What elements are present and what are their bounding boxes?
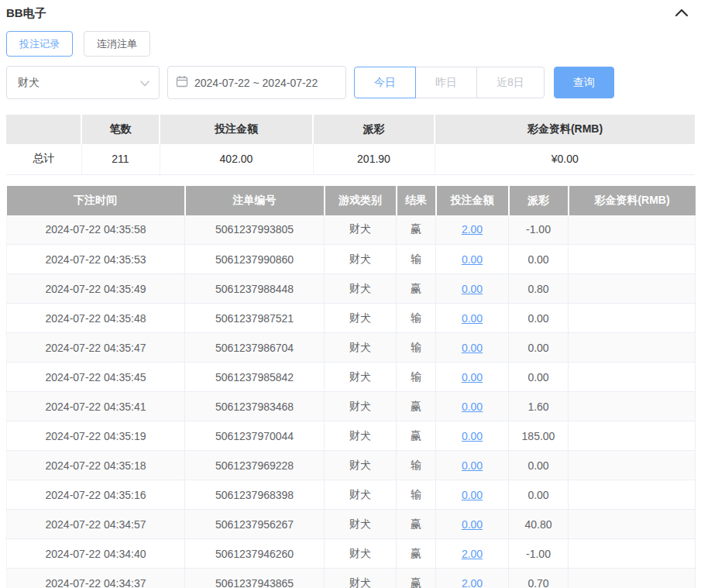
order-id-cell: 5061237946260	[185, 539, 325, 569]
result-cell: 输	[397, 480, 436, 510]
today-button[interactable]: 今日	[354, 67, 416, 98]
result-cell: 输	[397, 245, 436, 274]
summary-table: 笔数 投注金额 派彩 彩金资料(RMB) 总计 211 402.00 201.9…	[6, 115, 695, 175]
tab-bet-records[interactable]: 投注记录	[6, 31, 73, 57]
bonus-cell	[569, 510, 696, 539]
bet-amount-cell: 0.00	[436, 421, 509, 451]
record-row: 2024-07-22 04:34:375061237943865财犬赢2.000…	[7, 569, 696, 588]
bet-amount-cell: 0.00	[436, 451, 509, 480]
bet-amount-link[interactable]: 0.00	[462, 430, 483, 442]
result-cell: 赢	[397, 510, 436, 539]
result-cell: 输	[397, 304, 436, 333]
bet-time-cell: 2024-07-22 04:35:49	[7, 274, 185, 304]
bet-amount-cell: 0.00	[436, 304, 509, 333]
bet-time-cell: 2024-07-22 04:34:37	[7, 569, 185, 588]
payout-cell: -1.00	[509, 215, 569, 245]
game-type-select-value: 财犬	[18, 76, 40, 90]
result-cell: 赢	[397, 569, 436, 588]
payout-cell: 0.00	[509, 304, 569, 333]
payout-cell: 0.00	[509, 451, 569, 480]
order-id-cell: 5061237985842	[185, 363, 325, 392]
last-8-days-button[interactable]: 近8日	[476, 67, 545, 98]
record-row: 2024-07-22 04:35:495061237988448财犬赢0.000…	[7, 274, 696, 304]
record-row: 2024-07-22 04:35:485061237987521财犬输0.000…	[7, 304, 696, 333]
collapse-panel-button[interactable]	[673, 6, 690, 21]
payout-cell: 0.00	[509, 363, 569, 392]
bet-amount-link[interactable]: 2.00	[462, 577, 483, 588]
date-range-value: 2024-07-22 ~ 2024-07-22	[194, 77, 318, 89]
bonus-cell	[569, 304, 696, 333]
game-type-cell: 财犬	[325, 215, 397, 245]
bet-records-table: 下注时间注单编号游戏类别结果投注金额派彩彩金资料(RMB) 2024-07-22…	[6, 186, 696, 588]
bb-electronics-panel: BB电子 投注记录 连消注单 财犬 2024-07-22 ~ 2024-07-2…	[0, 0, 701, 588]
bet-amount-link[interactable]: 2.00	[462, 223, 483, 236]
payout-cell: 0.00	[509, 245, 569, 274]
game-type-cell: 财犬	[325, 569, 397, 588]
result-cell: 赢	[397, 392, 436, 421]
result-cell: 赢	[397, 539, 436, 569]
bet-amount-link[interactable]: 0.00	[462, 489, 483, 501]
records-header-row: 下注时间注单编号游戏类别结果投注金额派彩彩金资料(RMB)	[7, 186, 696, 215]
payout-cell: 185.00	[509, 421, 569, 451]
date-range-picker[interactable]: 2024-07-22 ~ 2024-07-22	[167, 66, 346, 99]
bonus-cell	[569, 539, 696, 569]
payout-cell: 1.60	[509, 392, 569, 421]
bet-time-cell: 2024-07-22 04:35:47	[7, 333, 185, 363]
bet-time-cell: 2024-07-22 04:35:48	[7, 304, 185, 333]
bonus-cell	[569, 480, 696, 510]
game-type-select[interactable]: 财犬	[6, 66, 160, 99]
order-id-cell: 5061237986704	[185, 333, 325, 363]
bet-amount-link[interactable]: 0.00	[462, 459, 483, 472]
game-type-cell: 财犬	[325, 451, 397, 480]
order-id-cell: 5061237943865	[185, 569, 325, 588]
order-id-cell: 5061237969228	[185, 451, 325, 480]
record-row: 2024-07-22 04:35:585061237993805财犬赢2.00-…	[7, 215, 696, 245]
yesterday-button[interactable]: 昨日	[415, 67, 477, 98]
bet-time-cell: 2024-07-22 04:35:58	[7, 215, 185, 245]
bet-amount-link[interactable]: 0.00	[462, 312, 483, 325]
bonus-cell	[569, 333, 696, 363]
bet-amount-link[interactable]: 0.00	[462, 283, 483, 295]
summary-total-payout: 201.90	[313, 144, 435, 174]
bet-amount-link[interactable]: 0.00	[462, 401, 483, 413]
bet-amount-cell: 0.00	[436, 392, 509, 421]
summary-total-bet-amount: 402.00	[160, 144, 313, 174]
game-type-cell: 财犬	[325, 304, 397, 333]
col-header-result: 结果	[397, 186, 436, 215]
bet-amount-cell: 0.00	[436, 245, 509, 274]
bet-time-cell: 2024-07-22 04:34:40	[7, 539, 185, 569]
summary-header-bonus: 彩金资料(RMB)	[435, 115, 695, 144]
bet-amount-cell: 0.00	[436, 480, 509, 510]
game-type-cell: 财犬	[325, 333, 397, 363]
bet-amount-link[interactable]: 0.00	[462, 518, 483, 531]
game-type-cell: 财犬	[325, 363, 397, 392]
tabs-bar: 投注记录 连消注单	[6, 31, 695, 57]
summary-header-row: 笔数 投注金额 派彩 彩金资料(RMB)	[6, 115, 695, 144]
bet-amount-link[interactable]: 2.00	[462, 548, 483, 560]
payout-cell: 0.70	[509, 569, 569, 588]
bet-time-cell: 2024-07-22 04:35:16	[7, 480, 185, 510]
bet-amount-cell: 0.00	[436, 274, 509, 304]
order-id-cell: 5061237970044	[185, 421, 325, 451]
bonus-cell	[569, 569, 696, 588]
bet-amount-link[interactable]: 0.00	[462, 371, 483, 383]
search-button[interactable]: 查询	[554, 67, 614, 98]
summary-total-row: 总计 211 402.00 201.90 ¥0.00	[6, 144, 695, 174]
bet-time-cell: 2024-07-22 04:34:57	[7, 510, 185, 539]
record-row: 2024-07-22 04:35:185061237969228财犬输0.000…	[7, 451, 696, 480]
page-title: BB电子	[6, 6, 46, 21]
order-id-cell: 5061237988448	[185, 274, 325, 304]
bet-amount-link[interactable]: 0.00	[462, 253, 483, 266]
bet-amount-cell: 2.00	[436, 569, 509, 588]
game-type-cell: 财犬	[325, 245, 397, 274]
game-type-cell: 财犬	[325, 392, 397, 421]
summary-header-count: 笔数	[81, 115, 160, 144]
col-header-order-id: 注单编号	[185, 186, 325, 215]
tab-cancelled-orders[interactable]: 连消注单	[84, 31, 150, 57]
summary-total-count: 211	[81, 144, 160, 174]
col-header-bet-time: 下注时间	[7, 186, 185, 215]
order-id-cell: 5061237990860	[185, 245, 325, 274]
record-row: 2024-07-22 04:35:415061237983468财犬赢0.001…	[7, 392, 696, 421]
summary-header-bet-amount: 投注金额	[160, 115, 313, 144]
bet-amount-link[interactable]: 0.00	[462, 342, 483, 354]
